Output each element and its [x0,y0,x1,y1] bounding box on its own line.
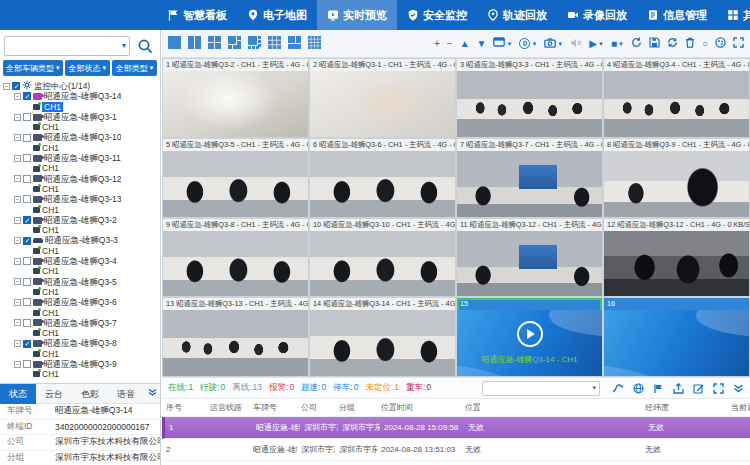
nav-tab-7[interactable]: 信息管理 [637,0,717,30]
video-tile-7[interactable]: 7 昭通应急-雄狮Q3-7 - CH1 - 主码流 - 4G - 0 K... [457,139,602,217]
tree-device-14[interactable]: −昭通应急-雄狮Q3-9 [3,359,160,369]
stream-quality-icon[interactable]: 0▼ [519,38,537,49]
tree-device-1[interactable]: −昭通应急-雄狮Q3-14 [3,91,160,101]
tree-channel-6[interactable]: CH1 [3,205,160,215]
nav-tab-3[interactable]: 实时预览 [317,0,397,30]
layout-16-icon[interactable] [308,36,323,51]
device-checkbox[interactable] [23,113,31,121]
tree-channel-8[interactable]: CH1 [3,246,160,256]
info-tab-1[interactable]: 状态 [0,384,36,404]
collapse-chevron-icon[interactable] [144,388,160,399]
collapse-icon[interactable]: − [14,258,21,265]
tree-channel-7[interactable]: CH1 [3,225,160,235]
collapse-icon[interactable]: − [3,83,10,90]
filter-dropdown-1[interactable]: 全部车辆类型▾ [3,60,63,76]
add-window-icon[interactable]: + [434,39,440,49]
video-tile-14[interactable]: 14 昭通应急-雄狮Q3-14 - CH1 - 主码流 - 4G - 3... [310,298,455,376]
play-all-icon[interactable]: ▶▼ [589,39,604,49]
nav-tab-8[interactable]: 其他应用 [717,0,750,30]
video-tile-13[interactable]: 13 昭通应急-雄狮Q3-13 - CH1 - 主码流 - 4G - 0 ... [163,298,308,376]
video-tile-3[interactable]: 3 昭通应急-雄狮Q3-3 - CH1 - 主码流 - 4G - 0 K... [457,59,602,137]
route-icon[interactable] [612,383,624,394]
refresh-icon[interactable] [631,37,642,50]
mute-icon[interactable] [570,38,582,50]
video-tile-2[interactable]: 2 昭通应急-雄狮Q3-1 - CH1 - 主码流 - 4G - 0 K... [310,59,455,137]
globe-icon[interactable] [633,383,644,394]
video-tile-11[interactable]: 11 昭通应急-雄狮Q3-12 - CH1 - 主码流 - 4G - 0 ... [457,219,602,297]
nav-tab-5[interactable]: 轨迹回放 [477,0,557,30]
filter-dropdown-2[interactable]: 全部状态▾ [65,60,110,76]
collapse-icon[interactable]: − [14,134,21,141]
device-checkbox[interactable] [23,360,31,368]
stop-all-icon[interactable]: ■▼ [611,39,624,49]
collapse-panel-icon[interactable] [733,383,744,394]
tree-device-8[interactable]: −昭通应急-雄狮Q3-3 [3,235,160,245]
device-checkbox[interactable] [23,92,31,100]
tree-device-3[interactable]: −昭通应急-雄狮Q3-10 [3,132,160,142]
collapse-icon[interactable]: − [14,196,21,203]
tree-channel-3[interactable]: CH1 [3,143,160,153]
collapse-icon[interactable]: − [14,340,21,347]
collapse-icon[interactable]: − [14,175,21,182]
tree-device-10[interactable]: −昭通应急-雄狮Q3-5 [3,277,160,287]
device-checkbox[interactable] [23,298,31,306]
export-icon[interactable] [673,383,684,394]
table-row-2[interactable]: 2昭通应急-雄狮Q深圳市宇东技术深圳市宇东技术2024-08-28 13:51:… [162,439,750,461]
collapse-icon[interactable]: − [14,114,21,121]
nav-tab-4[interactable]: 安全监控 [397,0,477,30]
tree-device-6[interactable]: −昭通应急-雄狮Q3-13 [3,194,160,204]
device-checkbox[interactable] [23,237,31,245]
tree-channel-1[interactable]: CH1 [3,102,160,112]
record-icon[interactable]: ○ [702,39,708,49]
tree-channel-12[interactable]: CH1 [3,328,160,338]
table-row-1[interactable]: 1昭通应急-雄狮Q深圳市宇东技术深圳市宇东技术2024-08-28 15:09:… [162,417,750,439]
device-checkbox[interactable] [23,175,31,183]
fullscreen-icon[interactable] [733,37,744,50]
collapse-icon[interactable]: − [14,155,21,162]
collapse-icon[interactable]: − [14,93,21,100]
fleet-filter-select[interactable] [482,381,600,396]
tree-device-12[interactable]: −昭通应急-雄狮Q3-7 [3,318,160,328]
edit-icon[interactable] [693,383,704,394]
device-checkbox[interactable] [23,319,31,327]
tree-channel-13[interactable]: CH1 [3,349,160,359]
tree-root[interactable]: −监控中心(1/14) [3,81,160,91]
tree-channel-4[interactable]: CH1 [3,163,160,173]
video-tile-9[interactable]: 9 昭通应急-雄狮Q3-8 - CH1 - 主码流 - 4G - 0 K... [163,219,308,297]
layout-8-icon[interactable] [248,36,263,51]
device-checkbox[interactable] [23,134,31,142]
collapse-icon[interactable]: − [14,319,21,326]
nav-tab-6[interactable]: 录像回放 [557,0,637,30]
tree-device-11[interactable]: −昭通应急-雄狮Q3-6 [3,297,160,307]
tree-device-4[interactable]: −昭通应急-雄狮Q3-11 [3,153,160,163]
collapse-icon[interactable]: − [14,217,21,224]
device-checkbox[interactable] [23,340,31,348]
video-tile-15[interactable]: 15昭通应急-雄狮Q3-14 - CH1 [457,298,602,376]
snapshot-icon[interactable]: ▼ [544,38,563,50]
device-checkbox[interactable] [23,257,31,265]
collapse-icon[interactable]: − [14,361,21,368]
page-down-icon[interactable]: ▼ [477,39,487,49]
remove-window-icon[interactable]: − [447,39,453,49]
color-icon[interactable] [715,37,726,50]
tree-device-9[interactable]: −昭通应急-雄狮Q3-4 [3,256,160,266]
info-tab-3[interactable]: 色彩 [72,384,108,404]
nav-tab-1[interactable]: 智慧看板 [157,0,237,30]
tree-channel-5[interactable]: CH1 [3,184,160,194]
layout-2-icon[interactable] [188,36,203,51]
video-tile-5[interactable]: 5 昭通应急-雄狮Q3-5 - CH1 - 主码流 - 4G - 0 K... [163,139,308,217]
tree-channel-14[interactable]: CH1 [3,369,160,379]
save-view-icon[interactable] [649,37,660,50]
layout-1-icon[interactable] [168,36,183,51]
collapse-icon[interactable]: − [14,237,21,244]
video-tile-4[interactable]: 4 昭通应急-雄狮Q3-4 - CH1 - 主码流 - 4G - 0 KB... [604,59,749,137]
device-checkbox[interactable] [23,154,31,162]
layout-9-icon[interactable] [268,36,283,51]
tree-device-7[interactable]: −昭通应急-雄狮Q3-2 [3,215,160,225]
video-tile-16[interactable]: 16 [604,298,749,376]
polling-icon[interactable] [667,37,678,50]
video-tile-12[interactable]: 12 昭通应急-雄狮Q3-12 - CH1 - 4G - 0 KB/S / 2.… [604,219,749,297]
nav-tab-2[interactable]: 电子地图 [237,0,317,30]
root-checkbox[interactable] [12,82,20,90]
filter-dropdown-3[interactable]: 全部类型▾ [112,60,157,76]
